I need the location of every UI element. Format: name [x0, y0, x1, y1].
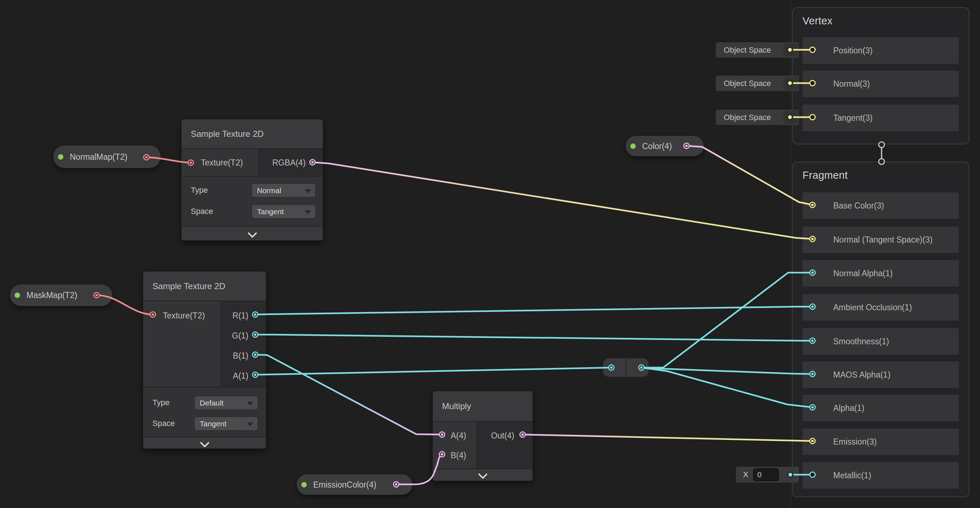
- fragment-row-emission3[interactable]: Emission(3): [802, 428, 959, 455]
- edge-sample1-rgba-to-fragment-normal-tangent-space[interactable]: [312, 162, 813, 239]
- node-sample-texture-2d-1[interactable]: Sample Texture 2D Texture(T2) RGBA(4) Ty…: [181, 119, 323, 241]
- type-label: Type: [153, 398, 170, 407]
- input-port-label: Texture(T2): [163, 311, 205, 321]
- x-component-label: X: [743, 470, 748, 479]
- chevron-down-icon: [247, 228, 257, 238]
- row-label: Base Color(3): [833, 201, 884, 211]
- dropdown-arrow-icon: [247, 402, 253, 406]
- fragment-row-maos-alpha1[interactable]: MAOS Alpha(1): [802, 361, 959, 388]
- fragment-row-alpha1[interactable]: Alpha(1): [802, 395, 959, 421]
- output-port-label: RGBA(4): [272, 158, 305, 167]
- row-label: Normal Alpha(1): [833, 269, 892, 278]
- space-label: Space: [191, 207, 213, 216]
- space-dropdown-value: Tangent: [257, 208, 284, 216]
- output-port-label-r1: R(1): [232, 311, 248, 321]
- edge-redirect-out-to-fragment-normal-alpha[interactable]: [641, 273, 813, 367]
- exposed-property-dot-icon: [58, 154, 64, 160]
- fragment-row-ambient-occlusion1[interactable]: Ambient Occlusion(1): [802, 294, 959, 321]
- edge-sample2-r-to-fragment-ambient-occlusion[interactable]: [255, 307, 813, 315]
- object-space-badge-1[interactable]: Object Space: [716, 42, 799, 58]
- edge-multiply-out-to-fragment-emission[interactable]: [523, 435, 813, 441]
- edge-redirect-out-to-fragment-alpha[interactable]: [641, 367, 813, 407]
- metallic-value-input[interactable]: [753, 468, 779, 481]
- edge-sample2-b-to-multiply-a[interactable]: [255, 355, 442, 435]
- fragment-row-metallic1[interactable]: Metallic(1): [802, 462, 959, 489]
- type-dropdown[interactable]: Default: [194, 396, 258, 410]
- type-dropdown-value: Normal: [257, 186, 281, 195]
- node-header[interactable]: Sample Texture 2D: [143, 272, 266, 300]
- space-dropdown[interactable]: Tangent: [194, 417, 258, 431]
- type-dropdown[interactable]: Normal: [251, 184, 316, 197]
- row-label: Ambient Occlusion(1): [833, 303, 912, 312]
- collapse-button[interactable]: [143, 437, 266, 449]
- badge-port-socket: [783, 77, 798, 90]
- shader-graph-canvas[interactable]: Vertex Position(3)Normal(3)Tangent(3) Fr…: [0, 0, 980, 508]
- row-label: MAOS Alpha(1): [833, 370, 891, 380]
- space-dropdown[interactable]: Tangent: [251, 204, 316, 219]
- fragment-row-normal-tangent-space3[interactable]: Normal (Tangent Space)(3): [802, 227, 959, 253]
- output-port-label-g1: G(1): [232, 331, 248, 341]
- vertex-title: Vertex: [802, 15, 832, 27]
- dropdown-arrow-icon: [247, 422, 253, 427]
- vertex-context-block[interactable]: Vertex Position(3)Normal(3)Tangent(3): [792, 7, 969, 144]
- vertex-row-position3[interactable]: Position(3): [802, 37, 959, 64]
- badge-label: Object Space: [724, 113, 771, 122]
- node-sample-texture-2d-2[interactable]: Sample Texture 2D Texture(T2) R(1)G(1)B(…: [143, 271, 266, 449]
- dropdown-arrow-icon: [305, 189, 311, 193]
- row-label: Tangent(3): [833, 113, 873, 123]
- vertex-row-tangent3[interactable]: Tangent(3): [802, 105, 959, 131]
- badge-port-socket: [783, 43, 798, 57]
- badge-label: Object Space: [724, 79, 771, 88]
- node-title: Sample Texture 2D: [191, 129, 264, 139]
- property-node-emissioncolor[interactable]: EmissionColor(4): [296, 474, 413, 495]
- property-label: Color(4): [642, 141, 672, 151]
- type-dropdown-value: Default: [200, 399, 224, 407]
- redirect-node[interactable]: [603, 358, 649, 377]
- dropdown-arrow-icon: [305, 210, 311, 214]
- edge-sample2-g-to-fragment-smoothness[interactable]: [255, 335, 813, 341]
- node-header[interactable]: Sample Texture 2D: [181, 119, 323, 148]
- fragment-title: Fragment: [802, 169, 848, 181]
- vertex-row-normal3[interactable]: Normal(3): [802, 70, 959, 97]
- node-title: Multiply: [442, 401, 471, 411]
- redirect-seam: [626, 358, 626, 377]
- fragment-context-block[interactable]: Fragment Base Color(3)Normal (Tangent Sp…: [792, 161, 969, 497]
- type-label: Type: [191, 185, 208, 195]
- collapse-button[interactable]: [433, 469, 533, 481]
- node-multiply[interactable]: Multiply A(4) B(4) Out(4): [433, 391, 533, 481]
- output-port-label: Out(4): [491, 431, 514, 441]
- input-b-label: B(4): [451, 450, 466, 460]
- object-space-badge-3[interactable]: Object Space: [716, 110, 799, 125]
- row-label: Smoothness(1): [833, 337, 889, 347]
- fragment-row-smoothness1[interactable]: Smoothness(1): [802, 328, 959, 355]
- node-title: Sample Texture 2D: [153, 281, 226, 291]
- badge-label: Object Space: [724, 45, 771, 55]
- exposed-property-dot-icon: [301, 482, 307, 487]
- exposed-property-dot-icon: [15, 293, 20, 298]
- property-label: MaskMap(T2): [27, 291, 77, 300]
- collapse-button[interactable]: [181, 226, 323, 241]
- property-node-maskmap[interactable]: MaskMap(T2): [10, 284, 113, 306]
- row-label: Position(3): [833, 46, 873, 56]
- property-node-normalmap[interactable]: NormalMap(T2): [53, 145, 161, 168]
- object-space-badge-2[interactable]: Object Space: [716, 76, 799, 91]
- output-port-label-b1: B(1): [233, 351, 248, 361]
- edge-redirect-out-to-fragment-maos-alpha[interactable]: [641, 367, 813, 374]
- exposed-property-dot-icon: [630, 143, 636, 149]
- property-node-color[interactable]: Color(4): [625, 136, 704, 157]
- output-port-label-a1: A(1): [233, 371, 248, 381]
- fragment-row-normal-alpha1[interactable]: Normal Alpha(1): [802, 260, 959, 287]
- row-label: Normal(3): [833, 79, 870, 89]
- space-label: Space: [153, 419, 175, 428]
- chevron-down-icon: [200, 438, 209, 447]
- node-header[interactable]: Multiply: [433, 391, 533, 421]
- edge-sample2-a-to-redirect-in[interactable]: [255, 367, 611, 375]
- chevron-down-icon: [478, 469, 487, 479]
- metallic-default-widget[interactable]: X: [736, 467, 799, 482]
- row-label: Normal (Tangent Space)(3): [833, 235, 932, 245]
- input-port-label: Texture(T2): [201, 158, 243, 167]
- fragment-row-base-color3[interactable]: Base Color(3): [802, 192, 959, 219]
- context-connector-handle[interactable]: [879, 142, 885, 165]
- space-dropdown-value: Tangent: [200, 420, 227, 428]
- input-a-label: A(4): [451, 431, 466, 441]
